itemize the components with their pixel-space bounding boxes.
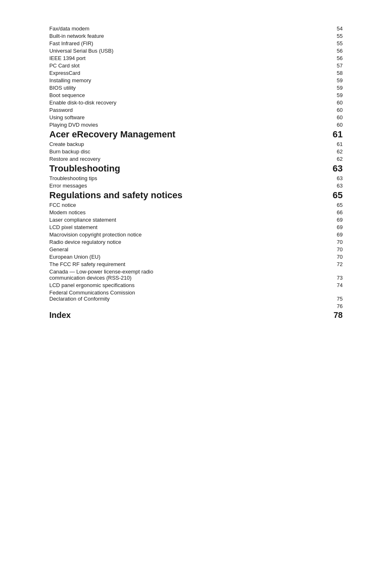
toc-label: Password [49, 106, 322, 114]
toc-page: 56 [322, 54, 343, 62]
toc-row: BIOS utility 59 [49, 84, 343, 91]
toc-page: 59 [322, 84, 343, 91]
toc-row: Canada — Low-power license-exempt radio … [49, 268, 343, 281]
toc-label: ExpressCard [49, 69, 322, 76]
toc-index-label: Index [49, 310, 322, 320]
toc-page: 62 [322, 148, 343, 155]
toc-row: Radio device regulatory notice 70 [49, 238, 343, 246]
toc-row: General 70 [49, 246, 343, 253]
toc-page: 60 [322, 106, 343, 114]
toc-label: Using software [49, 114, 322, 121]
toc-page: 76 [322, 302, 343, 310]
toc-row: Installing memory 59 [49, 76, 343, 84]
toc-label: The FCC RF safety requirement [49, 260, 322, 268]
toc-page: 60 [322, 121, 343, 128]
toc-row: Universal Serial Bus (USB) 56 [49, 47, 343, 54]
toc-label: LCD panel ergonomic specifications [49, 281, 322, 289]
toc-label [49, 302, 322, 310]
toc-page: 62 [322, 155, 343, 162]
toc-row: Fast Infrared (FIR) 55 [49, 39, 343, 47]
toc-row: European Union (EU) 70 [49, 253, 343, 260]
toc-row: Boot sequence 59 [49, 91, 343, 99]
toc-label: Playing DVD movies [49, 121, 322, 128]
toc-row: 76 [49, 302, 343, 310]
toc-label: Fax/data modem [49, 25, 322, 32]
toc-page: 69 [322, 231, 343, 238]
toc-label: Federal Communications Comission Declara… [49, 289, 322, 302]
toc-page: 60 [322, 99, 343, 106]
toc-page: 69 [322, 216, 343, 223]
page-container: Fax/data modem 54 Built-in network featu… [0, 0, 392, 563]
toc-row: IEEE 1394 port 56 [49, 54, 343, 62]
toc-label-line1: Canada — Low-power license-exempt radio [49, 269, 153, 275]
toc-row: Playing DVD movies 60 [49, 121, 343, 128]
toc-section-heading: Acer eRecovery Management 61 [49, 128, 343, 140]
toc-row: Fax/data modem 54 [49, 25, 343, 32]
toc-page: 59 [322, 76, 343, 84]
toc-row: FCC notice 65 [49, 201, 343, 209]
toc-label: Radio device regulatory notice [49, 238, 322, 246]
toc-label: Create backup [49, 140, 322, 148]
toc-label: Laser compliance statement [49, 216, 322, 223]
toc-row: Password 60 [49, 106, 343, 114]
toc-page: 74 [322, 281, 343, 289]
toc-row: LCD pixel statement 69 [49, 223, 343, 231]
toc-label-line2: communication devices (RSS-210) [49, 275, 131, 281]
toc-row: Troubleshooting tips 63 [49, 174, 343, 182]
toc-page: 58 [322, 69, 343, 76]
toc-row: Built-in network feature 55 [49, 32, 343, 39]
toc-page: 72 [322, 260, 343, 268]
toc-page: 60 [322, 114, 343, 121]
toc-page: 69 [322, 223, 343, 231]
toc-section-label: Acer eRecovery Management [49, 128, 322, 140]
toc-row: Error messages 63 [49, 182, 343, 189]
toc-row: Modem notices 66 [49, 209, 343, 216]
toc-page: 65 [322, 201, 343, 209]
toc-label: IEEE 1394 port [49, 54, 322, 62]
toc-label: PC Card slot [49, 62, 322, 69]
toc-label: Boot sequence [49, 91, 322, 99]
toc-label-line2: Declaration of Conformity [49, 296, 110, 302]
toc-page: 70 [322, 253, 343, 260]
toc-label: European Union (EU) [49, 253, 322, 260]
toc-row: Using software 60 [49, 114, 343, 121]
toc-section-page: 65 [322, 189, 343, 201]
toc-section-heading: Troubleshooting 63 [49, 162, 343, 174]
toc-row: ExpressCard 58 [49, 69, 343, 76]
toc-index-heading: Index 78 [49, 310, 343, 320]
toc-section-page: 63 [322, 162, 343, 174]
toc-page: 70 [322, 238, 343, 246]
toc-index-page: 78 [322, 310, 343, 320]
toc-label: Burn backup disc [49, 148, 322, 155]
toc-row: Laser compliance statement 69 [49, 216, 343, 223]
toc-page: 55 [322, 39, 343, 47]
toc-label: Modem notices [49, 209, 322, 216]
toc-row: Enable disk-to-disk recovery 60 [49, 99, 343, 106]
toc-section-label: Troubleshooting [49, 162, 322, 174]
toc-page: 55 [322, 32, 343, 39]
toc-section-page: 61 [322, 128, 343, 140]
toc-page: 66 [322, 209, 343, 216]
toc-label: Macrovision copyright protection notice [49, 231, 322, 238]
toc-label: LCD pixel statement [49, 223, 322, 231]
toc-label: Fast Infrared (FIR) [49, 39, 322, 47]
toc-row: Federal Communications Comission Declara… [49, 289, 343, 302]
toc-label-line1: Federal Communications Comission [49, 290, 135, 296]
toc-label: General [49, 246, 322, 253]
toc-row: Restore and recovery 62 [49, 155, 343, 162]
toc-row: Macrovision copyright protection notice … [49, 231, 343, 238]
toc-label: Installing memory [49, 76, 322, 84]
toc-page: 54 [322, 25, 343, 32]
toc-label: Restore and recovery [49, 155, 322, 162]
toc-row: The FCC RF safety requirement 72 [49, 260, 343, 268]
toc-page: 75 [322, 289, 343, 302]
toc-label: Universal Serial Bus (USB) [49, 47, 322, 54]
toc-page: 61 [322, 140, 343, 148]
toc-section-heading: Regulations and safety notices 65 [49, 189, 343, 201]
toc-page: 59 [322, 91, 343, 99]
toc-row: Create backup 61 [49, 140, 343, 148]
toc-row: PC Card slot 57 [49, 62, 343, 69]
toc-page: 57 [322, 62, 343, 69]
toc-label: Error messages [49, 182, 322, 189]
toc-page: 56 [322, 47, 343, 54]
